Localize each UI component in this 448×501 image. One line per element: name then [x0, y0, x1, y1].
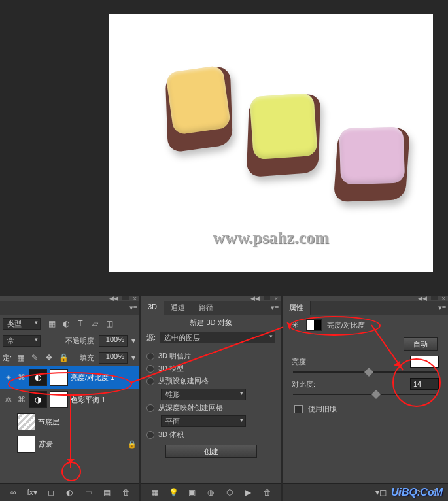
- blend-mode-select[interactable]: 常: [3, 335, 41, 347]
- sun-icon[interactable]: ☀: [3, 373, 14, 382]
- panel-menu-icon[interactable]: ▾≡: [436, 301, 448, 315]
- layer-background[interactable]: 背景 🔒: [0, 433, 139, 455]
- contrast-label: 对比度:: [292, 379, 315, 389]
- opacity-input[interactable]: 100%: [99, 335, 128, 347]
- panel-menu-icon[interactable]: ▾≡: [269, 301, 281, 315]
- render-icon[interactable]: ▶: [243, 487, 254, 498]
- mask-icon[interactable]: ◻: [45, 487, 57, 498]
- brightness-contrast-icon: [306, 319, 322, 331]
- filter-smart-icon[interactable]: ◫: [103, 318, 115, 330]
- lock-transparent-icon[interactable]: ▦: [14, 352, 26, 364]
- lock-all-icon[interactable]: 🔒: [58, 352, 69, 364]
- layers-list: ☀ ⌘ ◐ 亮度/对比度 1 ⚖ ⌘ ◑ 色彩平衡 1 节底层: [0, 366, 139, 455]
- layer-name: 节底层: [38, 417, 137, 427]
- create-button[interactable]: 创建: [165, 445, 257, 458]
- radio-preset[interactable]: [146, 377, 154, 385]
- preset-select[interactable]: 锥形: [161, 389, 246, 400]
- adjustment-icon[interactable]: ◐: [63, 487, 75, 498]
- radio-depth[interactable]: [146, 404, 154, 412]
- mask-thumb[interactable]: [50, 391, 68, 408]
- panel-dock-icon[interactable]: [122, 296, 129, 300]
- clip-icon[interactable]: ▾◫: [375, 487, 387, 498]
- canvas-watermark: www.psahz.com: [213, 228, 329, 248]
- properties-panel: ◀◀ × 属性 ▾≡ ☀ 亮度/对比度 自动 亮度: 对比度: 14: [283, 296, 448, 501]
- filter-adjust-icon[interactable]: ◐: [60, 318, 72, 330]
- sun-icon[interactable]: ☀: [289, 319, 301, 331]
- chevron-down-icon[interactable]: ▾: [130, 335, 137, 347]
- footer-watermark: UiBQ.CoM: [391, 487, 443, 498]
- contrast-slider[interactable]: [293, 394, 438, 395]
- new-layer-icon[interactable]: ▤: [101, 487, 113, 498]
- layer-name: 亮度/对比度 1: [71, 373, 137, 383]
- fill-label: 填充:: [80, 353, 96, 363]
- opt-volume: 3D 体积: [158, 430, 184, 440]
- tab-channels[interactable]: 通道: [164, 301, 192, 315]
- mesh-icon[interactable]: ⬡: [224, 487, 235, 498]
- link-icon[interactable]: ⌘: [17, 394, 26, 406]
- legacy-checkbox[interactable]: [294, 405, 303, 413]
- adjustment-thumb[interactable]: ◐: [29, 369, 47, 386]
- props-title: 亮度/对比度: [327, 320, 365, 330]
- layer-thumb[interactable]: [17, 436, 35, 453]
- panel-dock-icon[interactable]: [431, 296, 438, 300]
- layer-base[interactable]: 节底层: [0, 411, 139, 433]
- adjustment-thumb[interactable]: ◑: [29, 391, 47, 408]
- radio-volume[interactable]: [146, 431, 154, 439]
- link-layers-icon[interactable]: ∞: [7, 487, 19, 498]
- scale-icon[interactable]: ⚖: [3, 396, 14, 404]
- layer-name: 色彩平衡 1: [71, 395, 137, 405]
- brightness-input[interactable]: [410, 356, 439, 368]
- camera-icon[interactable]: ▣: [186, 487, 198, 498]
- filter-type-icon[interactable]: T: [75, 318, 86, 330]
- blend-mode-label: 常: [7, 337, 14, 345]
- 3d-bottom-toolbar: ▦ 💡 ▣ ◍ ⬡ ▶ 🗑: [141, 483, 281, 501]
- filter-type-select[interactable]: 类型: [3, 318, 41, 330]
- brightness-label: 亮度:: [292, 357, 308, 367]
- section-header: 新建 3D 对象: [141, 315, 281, 330]
- contrast-input[interactable]: 14: [410, 378, 439, 390]
- light-icon[interactable]: 💡: [167, 487, 179, 498]
- tab-properties[interactable]: 属性: [283, 301, 311, 315]
- tab-paths[interactable]: 路径: [192, 301, 220, 315]
- trash-icon[interactable]: 🗑: [262, 487, 273, 498]
- opacity-label: 不透明度:: [65, 336, 96, 346]
- panel-menu-icon[interactable]: ▾≡: [128, 301, 139, 315]
- lock-label: 定:: [3, 353, 12, 363]
- layers-panel: ◀◀ × ▾≡ 类型 ▦ ◐ T ▱ ◫ 常 不透明度: 100% ▾ 定: ▦: [0, 296, 139, 501]
- mask-thumb[interactable]: [50, 369, 68, 386]
- radio-model[interactable]: [146, 365, 154, 373]
- depth-select[interactable]: 平面: [161, 415, 246, 427]
- auto-button[interactable]: 自动: [404, 337, 438, 351]
- filter-image-icon[interactable]: ▦: [46, 318, 58, 330]
- opt-depth: 从深度映射创建网格: [158, 403, 223, 413]
- material-icon[interactable]: ◍: [205, 487, 216, 498]
- three-d-panel: ◀◀ × 3D 通道 路径 ▾≡ 新建 3D 对象 源: 选中的图层 3D 明信…: [141, 296, 281, 501]
- fill-input[interactable]: 100%: [99, 352, 128, 364]
- tab-3d[interactable]: 3D: [141, 301, 164, 315]
- legacy-label: 使用旧版: [308, 404, 337, 414]
- layer-name: 背景: [38, 440, 125, 449]
- group-icon[interactable]: ▭: [82, 487, 94, 498]
- brightness-slider[interactable]: [293, 371, 438, 373]
- lock-paint-icon[interactable]: ✎: [29, 352, 41, 364]
- filter-type-label: 类型: [7, 320, 22, 328]
- layers-bottom-toolbar: ∞ fx▾ ◻ ◐ ▭ ▤ 🗑: [0, 483, 139, 501]
- scene-icon[interactable]: ▦: [148, 487, 160, 498]
- source-select[interactable]: 选中的图层: [160, 332, 275, 343]
- opt-postcard: 3D 明信片: [158, 351, 191, 361]
- lock-move-icon[interactable]: ✥: [43, 352, 55, 364]
- source-label: 源:: [146, 333, 156, 343]
- fx-icon[interactable]: fx▾: [26, 487, 38, 498]
- radio-postcard[interactable]: [146, 353, 154, 360]
- filter-shape-icon[interactable]: ▱: [89, 318, 101, 330]
- document-canvas: www.psahz.com: [109, 14, 433, 272]
- layer-thumb[interactable]: [17, 413, 35, 430]
- trash-icon[interactable]: 🗑: [120, 487, 132, 498]
- chevron-down-icon[interactable]: ▾: [130, 352, 137, 364]
- link-icon[interactable]: ⌘: [17, 371, 26, 383]
- opt-model: 3D 模型: [158, 364, 184, 373]
- panel-dock-icon[interactable]: [264, 296, 270, 300]
- layer-color-balance[interactable]: ⚖ ⌘ ◑ 色彩平衡 1: [0, 389, 139, 411]
- layer-brightness-contrast[interactable]: ☀ ⌘ ◐ 亮度/对比度 1: [0, 366, 139, 389]
- opt-preset: 从预设创建网格: [158, 376, 209, 386]
